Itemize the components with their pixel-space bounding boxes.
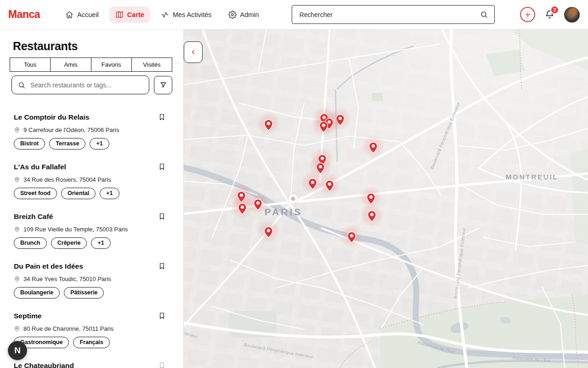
- restaurant-address-text: 34 Rue des Rosiers, 75004 Paris: [23, 176, 111, 183]
- restaurant-list-item[interactable]: Breizh Café 109 Rue Vieille du Temple, 7…: [14, 212, 172, 249]
- tag-pill[interactable]: +1: [91, 237, 110, 249]
- map-pin-icon: [264, 119, 273, 131]
- tag-pill[interactable]: Street food: [14, 188, 57, 199]
- filter-button[interactable]: [154, 76, 172, 94]
- tag-pill[interactable]: Terrasse: [49, 138, 85, 150]
- restaurant-list-item[interactable]: Septime 80 Rue de Charonne, 75011 Paris …: [14, 311, 172, 349]
- map-pin-icon: [367, 210, 377, 222]
- map-pin-icon: [264, 226, 273, 238]
- map-pin-icon: [316, 162, 325, 174]
- restaurant-map-pin[interactable]: [308, 178, 317, 190]
- notification-badge: 7: [550, 6, 559, 14]
- user-avatar[interactable]: [564, 7, 580, 23]
- restaurant-map-pin[interactable]: [264, 226, 273, 238]
- restaurant-map-pin[interactable]: [366, 193, 376, 205]
- restaurant-map-pin[interactable]: [335, 114, 345, 126]
- map-canvas[interactable]: Boulevard Périphérique Extérieur Bouleva…: [184, 29, 588, 368]
- tag-pill[interactable]: Brunch: [14, 237, 47, 249]
- tag-row: BistrotTerrasse+1: [14, 138, 172, 150]
- nav-label: Admin: [240, 11, 259, 18]
- tag-row: BrunchCrêperie+1: [14, 237, 172, 249]
- nav-label: Carte: [127, 11, 144, 18]
- main-content: Restaurants Tous Amis Favoris Visités Le…: [0, 29, 588, 368]
- restaurant-address-text: 80 Rue de Charonne, 75011 Paris: [23, 325, 113, 332]
- tag-row: Street foodOriental+1: [14, 188, 172, 199]
- tag-pill[interactable]: Boulangerie: [14, 287, 60, 299]
- tab-amis[interactable]: Amis: [50, 58, 91, 72]
- tab-visites[interactable]: Visités: [131, 58, 172, 72]
- restaurant-list-item[interactable]: Du Pain et des Idées 34 Rue Yves Toudic,…: [14, 262, 172, 299]
- restaurant-address-text: 109 Rue Vieille du Temple, 75003 Paris: [23, 226, 128, 233]
- global-search[interactable]: [292, 5, 495, 24]
- restaurant-search[interactable]: [11, 75, 149, 94]
- map-pin-icon: [325, 180, 334, 192]
- bookmark-button[interactable]: [158, 162, 166, 171]
- restaurant-map-pin[interactable]: [253, 199, 263, 211]
- bookmark-button[interactable]: [158, 113, 166, 121]
- restaurant-list-item[interactable]: Le Comptoir du Relais 9 Carrefour de l'O…: [14, 113, 172, 150]
- bookmark-button[interactable]: [158, 262, 166, 270]
- bookmark-button[interactable]: [158, 311, 166, 320]
- nav-item-admin[interactable]: Admin: [222, 6, 265, 23]
- nextjs-dev-badge[interactable]: N: [8, 341, 27, 360]
- search-icon: [18, 81, 25, 89]
- tag-pill[interactable]: Crêperie: [51, 237, 87, 249]
- tag-pill[interactable]: Bistrot: [14, 138, 45, 150]
- nav-item-mes-activites[interactable]: Mes Activités: [155, 6, 218, 23]
- tag-pill[interactable]: Français: [73, 337, 109, 348]
- global-search-input[interactable]: [299, 11, 480, 19]
- restaurant-address: 109 Rue Vieille du Temple, 75003 Paris: [14, 225, 172, 233]
- nav-item-carte[interactable]: Carte: [109, 6, 150, 23]
- map-icon: [115, 11, 124, 19]
- restaurant-address-text: 34 Rue Yves Toudic, 75010 Paris: [23, 276, 111, 282]
- tag-pill[interactable]: Oriental: [61, 188, 96, 199]
- map-pin-icon: [368, 142, 378, 154]
- restaurant-map-pin[interactable]: [237, 191, 246, 203]
- restaurant-map-pin[interactable]: [368, 142, 378, 154]
- bookmark-icon: [158, 162, 166, 171]
- restaurant-name: Septime: [14, 311, 41, 321]
- location-pin-icon: [14, 127, 20, 133]
- bookmark-icon: [158, 361, 166, 368]
- bookmark-icon: [158, 262, 166, 270]
- page-title: Restaurants: [13, 40, 172, 53]
- restaurant-map-pin[interactable]: [367, 210, 377, 222]
- tag-row: GastronomiqueFrançais: [14, 337, 172, 348]
- location-pin-icon: [14, 326, 20, 332]
- restaurant-sidebar: Restaurants Tous Amis Favoris Visités Le…: [0, 29, 184, 368]
- restaurant-address: 34 Rue des Rosiers, 75004 Paris: [14, 176, 172, 184]
- bookmark-button[interactable]: [158, 361, 166, 368]
- add-button[interactable]: [520, 7, 535, 22]
- sidebar-search-row: [11, 75, 172, 94]
- restaurant-map-pin[interactable]: [237, 203, 247, 215]
- main-nav: Accueil Carte Mes Activités Admin: [59, 6, 265, 23]
- bookmark-icon: [158, 113, 166, 121]
- restaurant-list-item[interactable]: L'As du Fallafel 34 Rue des Rosiers, 750…: [14, 162, 172, 200]
- map-pin-icon: [253, 199, 263, 211]
- tag-row: BoulangeriePâtisserie: [14, 287, 172, 299]
- restaurant-map-pin[interactable]: [264, 119, 273, 131]
- nav-label: Accueil: [77, 11, 99, 18]
- tab-tous[interactable]: Tous: [10, 58, 51, 72]
- restaurant-address: 80 Rue de Charonne, 75011 Paris: [14, 325, 172, 333]
- bookmark-icon: [158, 212, 166, 221]
- tab-favoris[interactable]: Favoris: [91, 58, 132, 72]
- restaurant-search-input[interactable]: [29, 81, 143, 89]
- restaurant-map-pin[interactable]: [325, 180, 334, 192]
- restaurant-list-item[interactable]: Le Chateaubriand: [14, 361, 172, 368]
- tag-pill[interactable]: +1: [90, 138, 109, 150]
- sidebar-collapse-button[interactable]: [184, 41, 203, 63]
- restaurant-map-pin[interactable]: [347, 231, 356, 243]
- restaurant-map-pin[interactable]: [319, 121, 328, 133]
- restaurant-name: Du Pain et des Idées: [14, 262, 83, 271]
- tag-pill[interactable]: +1: [100, 188, 119, 199]
- top-navbar: Manca Accueil Carte Mes Activités Admin …: [0, 0, 588, 29]
- bookmark-button[interactable]: [158, 212, 166, 221]
- home-icon: [65, 11, 74, 19]
- restaurant-name: L'As du Fallafel: [14, 162, 66, 172]
- notifications-button[interactable]: 7: [545, 10, 554, 19]
- restaurant-map-pin[interactable]: [316, 162, 325, 174]
- brand-logo[interactable]: Manca: [8, 8, 40, 21]
- tag-pill[interactable]: Pâtisserie: [64, 287, 104, 299]
- nav-item-accueil[interactable]: Accueil: [59, 6, 105, 23]
